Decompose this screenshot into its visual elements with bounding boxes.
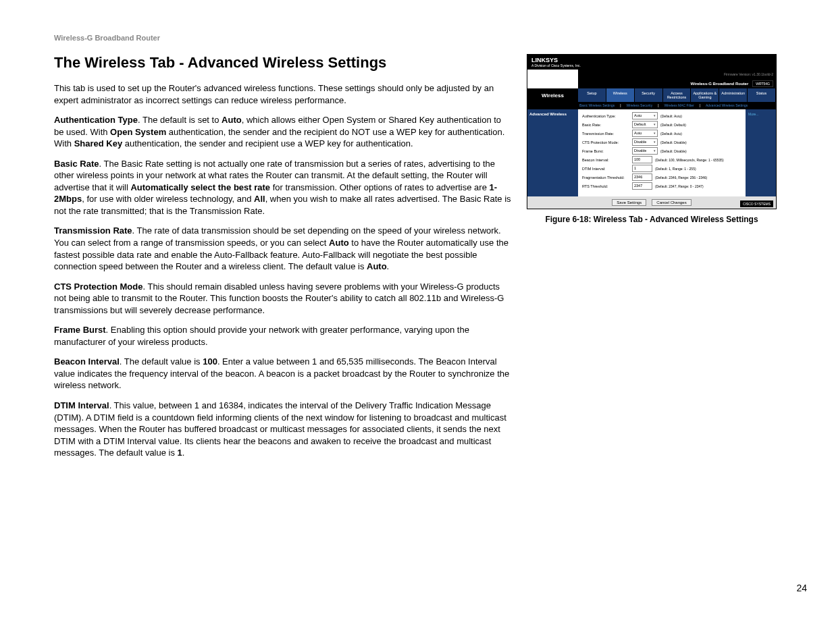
tab-apps[interactable]: Applications & Gaming [691, 88, 719, 102]
auth-type-select[interactable]: Auto [632, 112, 658, 119]
tab-status[interactable]: Status [748, 88, 776, 102]
rts-input[interactable]: 2347 [632, 182, 652, 190]
side-tab-label: Wireless [527, 88, 578, 102]
settings-form: Authentication Type:Auto(Default: Auto) … [578, 109, 746, 196]
para-intro: This tab is used to set up the Router's … [54, 82, 513, 106]
subtab-advanced[interactable]: Advanced Wireless Settings [704, 103, 749, 107]
tab-security[interactable]: Security [635, 88, 663, 102]
tab-access[interactable]: Access Restrictions [663, 88, 692, 102]
beacon-input[interactable]: 100 [632, 156, 652, 163]
frame-burst-select[interactable]: Disable [632, 147, 658, 155]
tab-admin[interactable]: Administration [719, 88, 748, 102]
subtab-security[interactable]: Wireless Security [625, 103, 654, 107]
para-beacon: Beacon Interval. The default value is 10… [54, 356, 513, 392]
page-number: 24 [796, 583, 807, 593]
para-frame: Frame Burst. Enabling this option should… [54, 324, 513, 348]
dtim-input[interactable]: 1 [632, 165, 652, 172]
tab-setup[interactable]: Setup [578, 88, 606, 102]
save-button[interactable]: Save Settings [612, 199, 646, 206]
sub-tabs: Basic Wireless Settings| Wireless Securi… [527, 102, 776, 109]
cts-mode-select[interactable]: Disable [632, 138, 658, 146]
frag-input[interactable]: 2346 [632, 173, 652, 181]
para-auth: Authentication Type. The default is set … [54, 114, 513, 150]
para-basic: Basic Rate. The Basic Rate setting is no… [54, 158, 513, 217]
figure-caption: Figure 6-18: Wireless Tab - Advanced Wir… [527, 215, 777, 224]
para-trans: Transmission Rate. The rate of data tran… [54, 225, 513, 272]
page-title: The Wireless Tab - Advanced Wireless Set… [54, 54, 513, 72]
cisco-logo: CISCO SYSTEMS [740, 200, 773, 207]
subtab-mac[interactable]: Wireless MAC Filter [663, 103, 696, 107]
para-dtim: DTIM Interval. This value, between 1 and… [54, 400, 513, 459]
subtab-basic[interactable]: Basic Wireless Settings [578, 103, 616, 107]
model-label: WRT54G [752, 80, 773, 87]
banner-label: Wireless-G Broadband Router [691, 82, 749, 86]
text-column: The Wireless Tab - Advanced Wireless Set… [54, 54, 513, 467]
section-label: Advanced Wireless [527, 109, 578, 196]
header-product: Wireless-G Broadband Router [54, 34, 807, 42]
para-cts: CTS Protection Mode. This should remain … [54, 281, 513, 317]
more-link[interactable]: More... [746, 109, 776, 119]
trans-rate-select[interactable]: Auto [632, 130, 658, 137]
router-logo-bar: LINKSYS A Division of Cisco Systems, Inc… [527, 55, 776, 70]
firmware-version: Firmware Version: v1.30.1build-2 [724, 72, 773, 76]
figure-column: LINKSYS A Division of Cisco Systems, Inc… [527, 54, 777, 224]
tab-wireless[interactable]: Wireless [606, 88, 635, 102]
main-tabs: Setup Wireless Security Access Restricti… [578, 88, 776, 102]
cancel-button[interactable]: Cancel Changes [652, 199, 691, 206]
router-screenshot: LINKSYS A Division of Cisco Systems, Inc… [527, 54, 777, 209]
basic-rate-select[interactable]: Default [632, 121, 658, 128]
